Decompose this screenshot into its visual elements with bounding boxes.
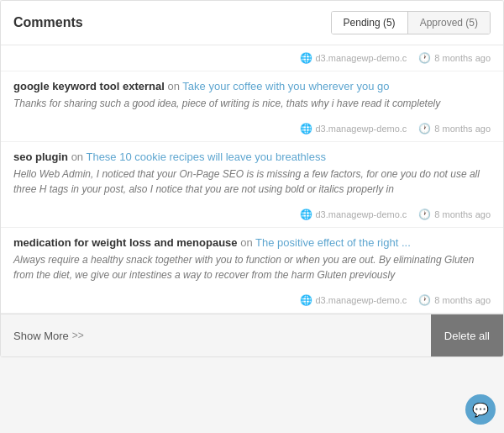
- domain-item: 🌐 d3.managewp-demo.c: [300, 294, 407, 306]
- show-more-arrows-icon: >>: [72, 330, 84, 341]
- comment-meta: 🌐 d3.managewp-demo.c 🕐 8 months ago: [13, 289, 491, 313]
- comment-header-line: google keyword tool external on Take you…: [13, 80, 491, 92]
- comment-domain: d3.managewp-demo.c: [316, 209, 407, 219]
- show-more-label: Show More: [13, 330, 69, 342]
- comment-author: medication for weight loss and menopause: [13, 236, 238, 249]
- comment-on-text: on: [71, 150, 87, 163]
- chat-icon[interactable]: 💬: [465, 394, 496, 425]
- clock-icon-top: 🕐: [418, 52, 431, 64]
- delete-all-button[interactable]: Delete all: [431, 314, 503, 356]
- top-time: 8 months ago: [434, 53, 491, 63]
- comment-body: Thanks for sharing such a good idea, pie…: [13, 96, 491, 111]
- comment-on-text: on: [168, 80, 183, 92]
- comments-list: google keyword tool external on Take you…: [1, 71, 503, 314]
- top-time-item: 🕐 8 months ago: [418, 52, 491, 64]
- comments-widget: Comments Pending (5) Approved (5) 🌐 d3.m…: [0, 0, 504, 357]
- widget-title: Comments: [13, 15, 83, 30]
- globe-icon: 🌐: [300, 294, 312, 306]
- comment-link[interactable]: The positive effect of the right ...: [255, 236, 411, 249]
- comment-meta: 🌐 d3.managewp-demo.c 🕐 8 months ago: [13, 203, 491, 227]
- comment-body: Hello Web Admin, I noticed that your On-…: [13, 166, 491, 197]
- comment-header-line: medication for weight loss and menopause…: [13, 236, 491, 249]
- globe-icon: 🌐: [300, 52, 312, 64]
- top-domain: d3.managewp-demo.c: [316, 53, 407, 63]
- top-comment-meta: 🌐 d3.managewp-demo.c 🕐 8 months ago: [1, 45, 503, 71]
- tab-pending[interactable]: Pending (5): [332, 12, 408, 34]
- comment-body: Always require a healthy snack together …: [13, 252, 491, 283]
- comment-author: seo plugin: [13, 150, 68, 163]
- time-item: 🕐 8 months ago: [418, 294, 491, 306]
- comment-author: google keyword tool external: [13, 80, 165, 92]
- comment-time: 8 months ago: [434, 209, 491, 219]
- comment-on-text: on: [240, 236, 255, 249]
- comment-meta: 🌐 d3.managewp-demo.c 🕐 8 months ago: [13, 118, 491, 141]
- comment-item: medication for weight loss and menopause…: [1, 228, 503, 314]
- comment-item: google keyword tool external on Take you…: [1, 71, 503, 142]
- time-item: 🕐 8 months ago: [418, 123, 491, 135]
- comment-domain: d3.managewp-demo.c: [316, 295, 407, 305]
- widget-footer: Show More >> Delete all: [1, 314, 503, 356]
- tab-approved[interactable]: Approved (5): [408, 12, 490, 34]
- clock-icon: 🕐: [418, 209, 431, 220]
- clock-icon: 🕐: [418, 123, 431, 135]
- comment-time: 8 months ago: [434, 124, 491, 134]
- domain-item: 🌐 d3.managewp-demo.c: [300, 209, 407, 220]
- domain-item: 🌐 d3.managewp-demo.c: [300, 123, 407, 135]
- comment-domain: d3.managewp-demo.c: [316, 124, 407, 134]
- top-domain-item: 🌐 d3.managewp-demo.c: [300, 52, 407, 64]
- comment-link[interactable]: These 10 cookie recipes will leave you b…: [86, 150, 325, 163]
- show-more-button[interactable]: Show More >>: [1, 317, 97, 355]
- comment-time: 8 months ago: [434, 295, 491, 305]
- globe-icon: 🌐: [300, 209, 312, 220]
- tab-group: Pending (5) Approved (5): [331, 11, 491, 34]
- globe-icon: 🌐: [300, 123, 312, 135]
- comment-item: seo plugin on These 10 cookie recipes wi…: [1, 142, 503, 228]
- comment-link[interactable]: Take your coffee with you wherever you g…: [182, 80, 389, 92]
- time-item: 🕐 8 months ago: [418, 209, 491, 220]
- clock-icon: 🕐: [418, 294, 431, 306]
- widget-header: Comments Pending (5) Approved (5): [1, 1, 503, 45]
- comment-header-line: seo plugin on These 10 cookie recipes wi…: [13, 150, 491, 163]
